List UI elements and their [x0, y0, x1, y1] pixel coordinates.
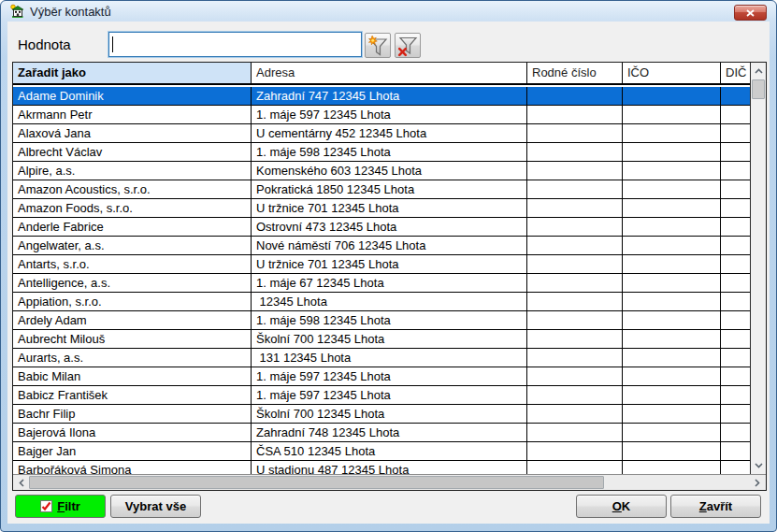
cell-ico	[623, 199, 721, 217]
cell-rodne_cislo	[527, 162, 623, 180]
cell-zaradit_jako: Babicz František	[13, 386, 252, 404]
table-row[interactable]: Aurarts, a.s. 131 12345 Lhota	[13, 349, 750, 367]
cell-ico	[623, 367, 721, 385]
cell-zaradit_jako: Bajger Jan	[13, 442, 252, 460]
vertical-scrollbar[interactable]	[750, 63, 766, 474]
app-icon	[9, 4, 24, 19]
cell-ico	[623, 87, 721, 105]
cell-dic	[721, 386, 750, 404]
cell-adresa: U tržnice 701 12345 Lhota	[252, 255, 527, 273]
clear-filter-button[interactable]	[395, 33, 421, 58]
table-row[interactable]: Aubrecht MiloušŠkolní 700 12345 Lhota	[13, 330, 750, 349]
table-row[interactable]: Babicz František1. máje 597 12345 Lhota	[13, 386, 750, 405]
cell-dic	[721, 461, 750, 474]
text-caret	[112, 36, 113, 52]
cell-adresa: U cementárny 452 12345 Lhota	[252, 124, 527, 142]
cell-dic	[721, 349, 750, 367]
table-row[interactable]: Angelwater, a.s.Nové náměstí 706 12345 L…	[13, 237, 750, 255]
cell-rodne_cislo	[527, 237, 623, 254]
table-row[interactable]: Anderle FabriceOstrovní 473 12345 Lhota	[13, 218, 750, 237]
table-row[interactable]: Alpire, a.s.Komenského 603 12345 Lhota	[13, 162, 750, 180]
contacts-table: Zařadit jakoAdresaRodné čísloIČODIČ Adam…	[12, 62, 767, 491]
cell-zaradit_jako: Akrmann Petr	[13, 106, 252, 123]
column-header-dic[interactable]: DIČ	[721, 63, 750, 85]
dialog-close-button[interactable]: Zavřít	[670, 495, 761, 518]
dialog-close-label: Zavřít	[699, 499, 732, 513]
cell-zaradit_jako: Anderle Fabrice	[13, 218, 252, 236]
cell-rodne_cislo	[527, 218, 623, 236]
cell-ico	[623, 461, 721, 474]
horizontal-scroll-thumb[interactable]	[29, 476, 604, 489]
table-row[interactable]: Antelligence, a.s.1. máje 67 12345 Lhota	[13, 274, 750, 293]
cell-adresa: Školní 700 12345 Lhota	[252, 330, 527, 348]
cell-rodne_cislo	[527, 255, 623, 273]
cell-rodne_cislo	[527, 349, 623, 367]
vertical-scroll-thumb[interactable]	[752, 79, 765, 99]
table-row[interactable]: Bajger JanČSA 510 12345 Lhota	[13, 442, 750, 461]
titlebar: Výběr kontaktů	[1, 1, 776, 22]
select-all-label: Vybrat vše	[125, 499, 186, 513]
cell-zaradit_jako: Antelligence, a.s.	[13, 274, 252, 292]
funnel-clear-icon	[396, 35, 419, 57]
table-row[interactable]: Amazon Acoustics, s.r.o.Pokratická 1850 …	[13, 180, 750, 199]
scroll-left-icon[interactable]	[14, 475, 29, 490]
cell-adresa: Zahradní 748 12345 Lhota	[252, 424, 527, 441]
ok-button[interactable]: OK	[576, 495, 667, 518]
cell-zaradit_jako: Aubrecht Milouš	[13, 330, 252, 348]
cell-ico	[623, 349, 721, 367]
column-header-adresa[interactable]: Adresa	[252, 63, 527, 85]
cell-adresa: 1. máje 597 12345 Lhota	[252, 367, 527, 385]
table-body: Adame DominikZahradní 747 12345 LhotaAkr…	[13, 87, 750, 474]
cell-dic	[721, 180, 750, 198]
cell-dic	[721, 87, 750, 105]
table-row[interactable]: Adame DominikZahradní 747 12345 Lhota	[13, 87, 750, 106]
filter-button[interactable]: Filtr	[15, 495, 106, 518]
table-row[interactable]: Ardely Adam1. máje 598 12345 Lhota	[13, 311, 750, 330]
cell-zaradit_jako: Angelwater, a.s.	[13, 237, 252, 254]
scroll-up-icon[interactable]	[751, 64, 766, 79]
column-header-ico[interactable]: IČO	[623, 63, 721, 85]
table-header-row: Zařadit jakoAdresaRodné čísloIČODIČ	[13, 63, 750, 85]
cell-adresa: Školní 700 12345 Lhota	[252, 405, 527, 423]
cell-dic	[721, 162, 750, 180]
cell-adresa: ČSA 510 12345 Lhota	[252, 442, 527, 460]
table-row[interactable]: Albrecht Václav1. máje 598 12345 Lhota	[13, 143, 750, 162]
table-row[interactable]: Barbořáková SimonaU stadionu 487 12345 L…	[13, 461, 750, 474]
table-row[interactable]: Amazon Foods, s.r.o.U tržnice 701 12345 …	[13, 199, 750, 218]
table-row[interactable]: Appiation, s.r.o. 12345 Lhota	[13, 293, 750, 311]
select-all-button[interactable]: Vybrat vše	[110, 495, 201, 518]
value-input[interactable]	[108, 32, 362, 57]
apply-filter-button[interactable]	[365, 33, 391, 58]
cell-rodne_cislo	[527, 311, 623, 329]
cell-rodne_cislo	[527, 180, 623, 198]
scroll-down-icon[interactable]	[751, 458, 766, 473]
cell-dic	[721, 442, 750, 460]
cell-ico	[623, 442, 721, 460]
cell-ico	[623, 106, 721, 123]
cell-rodne_cislo	[527, 143, 623, 161]
cell-rodne_cislo	[527, 367, 623, 385]
cell-ico	[623, 274, 721, 292]
horizontal-scrollbar[interactable]	[13, 474, 766, 490]
table-row[interactable]: Bachr FilipŠkolní 700 12345 Lhota	[13, 405, 750, 424]
cell-ico	[623, 386, 721, 404]
table-row[interactable]: Babic Milan1. máje 597 12345 Lhota	[13, 367, 750, 386]
cell-rodne_cislo	[527, 274, 623, 292]
scroll-right-icon[interactable]	[750, 475, 765, 490]
table-row[interactable]: Bajerová IlonaZahradní 748 12345 Lhota	[13, 424, 750, 442]
table-row[interactable]: Antarts, s.r.o.U tržnice 701 12345 Lhota	[13, 255, 750, 274]
cell-zaradit_jako: Bachr Filip	[13, 405, 252, 423]
cell-adresa: 131 12345 Lhota	[252, 349, 527, 367]
cell-adresa: 1. máje 598 12345 Lhota	[252, 143, 527, 161]
cell-rodne_cislo	[527, 106, 623, 123]
table-row[interactable]: Akrmann Petr1. máje 597 12345 Lhota	[13, 106, 750, 124]
close-button[interactable]	[734, 5, 767, 21]
column-header-zaradit_jako[interactable]: Zařadit jako	[13, 63, 252, 85]
cell-dic	[721, 199, 750, 217]
cell-adresa: 1. máje 597 12345 Lhota	[252, 386, 527, 404]
cell-zaradit_jako: Bajerová Ilona	[13, 424, 252, 441]
table-row[interactable]: Alaxová JanaU cementárny 452 12345 Lhota	[13, 124, 750, 143]
column-header-rodne_cislo[interactable]: Rodné číslo	[527, 63, 623, 85]
dialog-client-area: Hodnota	[7, 22, 770, 524]
cell-ico	[623, 405, 721, 423]
